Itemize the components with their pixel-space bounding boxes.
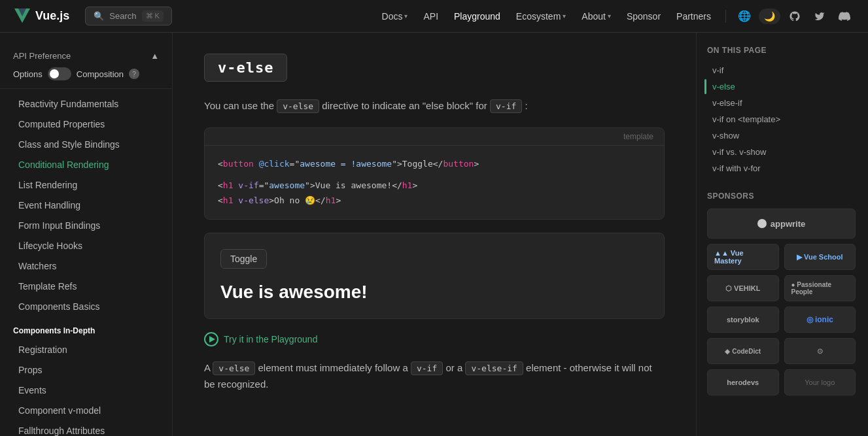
demo-block: Toggle Vue is awesome! [204, 233, 665, 319]
logo[interactable]: Vue.js [13, 7, 69, 25]
sponsor-passionate-people[interactable]: ● Passionate People [784, 275, 856, 301]
demo-toggle-button[interactable]: Toggle [220, 249, 267, 269]
sidebar-item-props[interactable]: Props [5, 360, 167, 380]
right-panel: ON THIS PAGE v-if v-else v-else-if v-if … [696, 33, 866, 436]
search-button[interactable]: 🔍 Search ⌘ K [85, 7, 172, 25]
sidebar-item-computed[interactable]: Computed Properties [5, 114, 167, 134]
sponsor-vue-school[interactable]: ▶ Vue School [784, 244, 856, 270]
vue-logo-icon [13, 7, 31, 25]
chevron-up-icon: ▲ [150, 51, 159, 61]
sponsors-title: SPONSORS [707, 192, 856, 201]
search-icon: 🔍 [94, 11, 104, 21]
sponsor-codedict[interactable]: ◆ CodeDict [707, 338, 779, 364]
sponsor-grid: ▲▲ Vue Mastery ▶ Vue School ⬡ VEHIKL ● P… [707, 244, 856, 395]
help-icon[interactable]: ? [129, 69, 139, 79]
sidebar: API Preference ▲ Options Composition ? R… [0, 33, 173, 436]
twitter-icon[interactable] [809, 6, 830, 27]
toc-v-if-template[interactable]: v-if on <template> [707, 112, 856, 127]
sidebar-item-conditional[interactable]: Conditional Rendering [5, 155, 167, 175]
nav-api[interactable]: API [417, 7, 445, 25]
toc-v-if-with-v-for[interactable]: v-if with v-for [707, 161, 856, 176]
sidebar-item-form[interactable]: Form Input Bindings [5, 216, 167, 235]
search-shortcut: ⌘ K [142, 10, 164, 22]
sidebar-item-components-basics[interactable]: Components Basics [5, 297, 167, 316]
toc-title: ON THIS PAGE [707, 46, 856, 55]
nav-sponsor[interactable]: Sponsor [620, 7, 667, 25]
inline-code-v-else: v-else [277, 99, 319, 113]
sidebar-item-reactivity[interactable]: Reactivity Fundamentals [5, 94, 167, 114]
translate-icon[interactable]: 🌐 [734, 6, 755, 27]
code-block: template <button @click="awesome = !awes… [204, 127, 665, 220]
toc-v-show[interactable]: v-show [707, 128, 856, 143]
inline-code-v-if-2: v-if [411, 361, 443, 375]
sidebar-item-class-style[interactable]: Class and Style Bindings [5, 135, 167, 154]
toc-v-if-vs-v-show[interactable]: v-if vs. v-show [707, 144, 856, 159]
sidebar-item-watchers[interactable]: Watchers [5, 256, 167, 276]
sidebar-group-label: Components In-Depth [0, 317, 172, 339]
demo-output: Vue is awesome! [220, 282, 648, 303]
code-content: <button @click="awesome = !awesome">Togg… [205, 146, 664, 219]
toc-v-if[interactable]: v-if [707, 63, 856, 78]
sponsor-vehikl[interactable]: ⬡ VEHIKL [707, 275, 779, 301]
chevron-down-icon: ▾ [608, 12, 611, 20]
nav-about[interactable]: About ▾ [575, 7, 617, 25]
sponsor-herodevs[interactable]: herodevs [707, 369, 779, 395]
code-block-label: template [205, 128, 664, 146]
play-icon [204, 332, 218, 346]
sponsor-ionic[interactable]: ◎ ionic [784, 307, 856, 333]
sponsor-misc[interactable]: ⊙ [784, 338, 856, 364]
prose-paragraph-2: A v-else element must immediately follow… [204, 360, 665, 393]
github-icon[interactable] [784, 6, 805, 27]
top-navigation: Vue.js 🔍 Search ⌘ K Docs ▾ API Playgroun… [0, 0, 868, 33]
sponsor-your-logo[interactable]: Your logo [784, 369, 856, 395]
sidebar-item-template-refs[interactable]: Template Refs [5, 277, 167, 296]
toc-v-else-if[interactable]: v-else-if [707, 95, 856, 110]
sponsor-storyblok[interactable]: storyblok [707, 307, 779, 333]
nav-partners[interactable]: Partners [670, 7, 718, 25]
inline-code-v-if: v-if [490, 99, 522, 113]
sidebar-item-list[interactable]: List Rendering [5, 175, 167, 195]
moon-icon: 🌙 [764, 11, 775, 22]
theme-toggle[interactable]: 🌙 [759, 8, 780, 24]
nav-links: Docs ▾ API Playground Ecosystem ▾ About … [375, 7, 718, 25]
nav-playground[interactable]: Playground [447, 7, 507, 25]
sidebar-item-events[interactable]: Event Handling [5, 195, 167, 215]
play-triangle [209, 336, 215, 343]
prose-paragraph-1: You can use the v-else directive to indi… [204, 97, 665, 114]
api-pref-controls: Options Composition ? [13, 67, 159, 80]
nav-ecosystem[interactable]: Ecosystem ▾ [510, 7, 572, 25]
chevron-down-icon: ▾ [563, 12, 566, 20]
chevron-down-icon: ▾ [404, 12, 408, 20]
sidebar-item-emit-events[interactable]: Events [5, 380, 167, 400]
sponsor-vue-mastery[interactable]: ▲▲ Vue Mastery [707, 244, 779, 270]
sidebar-item-registration[interactable]: Registration [5, 340, 167, 360]
api-preference-section: API Preference ▲ Options Composition ? [0, 43, 172, 89]
main-content: v-else You can use the v-else directive … [173, 33, 696, 436]
inline-code-v-else-2: v-else [213, 361, 255, 375]
api-preference-title: API Preference ▲ [13, 51, 159, 61]
nav-divider [725, 10, 726, 23]
sidebar-item-v-model[interactable]: Component v-model [5, 401, 167, 420]
toc-v-else[interactable]: v-else [707, 79, 856, 94]
nav-docs[interactable]: Docs ▾ [375, 7, 415, 25]
sponsor-appwrite-label: appwrite [771, 219, 805, 229]
sidebar-item-fallthrough[interactable]: Fallthrough Attributes [5, 421, 167, 436]
options-label: Options [13, 69, 43, 79]
search-label: Search [109, 11, 136, 21]
api-toggle-switch[interactable] [48, 67, 71, 80]
sidebar-group-nav: Registration Props Events Component v-mo… [0, 340, 172, 436]
nav-icons: 🌐 🌙 [734, 6, 855, 27]
inline-code-v-else-if: v-else-if [465, 361, 523, 375]
page-heading: v-else [204, 54, 287, 82]
playground-link[interactable]: Try it in the Playground [204, 332, 665, 346]
logo-text: Vue.js [35, 9, 69, 23]
sponsor-appwrite[interactable]: appwrite [707, 209, 856, 239]
sidebar-item-lifecycle[interactable]: Lifecycle Hooks [5, 236, 167, 256]
composition-label: Composition [77, 69, 124, 79]
sidebar-nav: Reactivity Fundamentals Computed Propert… [0, 94, 172, 316]
discord-icon[interactable] [834, 6, 855, 27]
